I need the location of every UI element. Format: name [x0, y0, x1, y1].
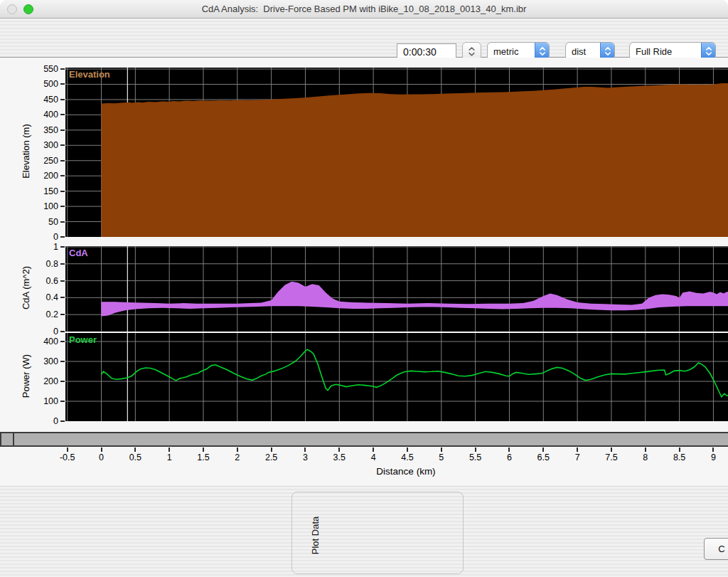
y-tick-mark [60, 341, 65, 342]
power-series-label: Power [69, 334, 97, 345]
window-title: CdA Analysis: Drive-Force Based PM with … [0, 0, 728, 18]
x-tick-label: 0.5 [119, 452, 151, 462]
y-tick-mark [60, 175, 65, 176]
y-tick-mark [60, 297, 65, 298]
power-plot[interactable] [65, 333, 728, 421]
x-tick-mark [237, 448, 238, 452]
y-tick-mark [60, 144, 65, 146]
power-axis-label: Power (W) [21, 305, 31, 448]
x-tick-mark [304, 448, 306, 452]
units-dropdown-value: metric [488, 46, 535, 57]
y-tick-mark [60, 129, 65, 131]
x-tick-mark [679, 448, 680, 452]
x-tick-mark [508, 448, 510, 452]
x-tick-mark [168, 448, 170, 452]
elevation-area [102, 83, 728, 237]
x-tick-mark [134, 448, 136, 452]
cda-band [102, 282, 728, 317]
y-tick-mark [60, 114, 65, 115]
y-tick-mark [60, 99, 65, 100]
x-tick-mark [407, 448, 408, 452]
x-tick-label: 1.5 [188, 452, 219, 462]
x-tick-label: -0.5 [52, 452, 83, 462]
y-tick-mark [60, 68, 65, 70]
x-tick-label: 8.5 [664, 452, 695, 462]
x-tick-label: 2.5 [256, 452, 287, 462]
x-tick-label: 7 [562, 452, 593, 462]
cda-series-label: CdA [69, 248, 88, 258]
x-tick-mark [611, 448, 612, 452]
y-tick-mark [60, 361, 65, 362]
x-tick-label: 7.5 [596, 452, 627, 462]
plot-data-group-label: Plot Data [310, 493, 321, 577]
x-tick-label: 8 [630, 452, 661, 462]
y-tick-mark [60, 314, 65, 315]
x-tick-label: 0 [86, 452, 117, 462]
y-tick-mark [60, 160, 65, 162]
x-tick-label: 5 [426, 452, 457, 462]
horizontal-scrollbar[interactable] [0, 432, 728, 447]
x-tick-mark [645, 448, 646, 452]
power-line [102, 349, 728, 397]
x-tick-label: 6.5 [528, 452, 559, 462]
scrollbar-left-cell[interactable] [1, 433, 14, 445]
y-tick-mark [60, 331, 65, 332]
x-tick-mark [101, 448, 102, 452]
x-tick-mark [542, 448, 544, 452]
x-tick-mark [373, 448, 374, 452]
y-tick-mark [60, 381, 65, 382]
x-tick-label: 2 [222, 452, 253, 462]
y-tick-mark [60, 83, 65, 85]
y-tick-mark [60, 221, 65, 223]
x-tick-mark [271, 448, 272, 452]
elevation-axis-label: Elevation (m) [21, 80, 31, 223]
x-tick-label: 1 [154, 452, 185, 462]
x-axis-title: Distance (km) [335, 466, 477, 477]
x-tick-label: 4.5 [392, 452, 423, 462]
cda-plot[interactable] [65, 246, 728, 332]
y-tick-mark [60, 246, 65, 248]
y-tick-mark [60, 263, 65, 265]
x-tick-label: 3.5 [323, 452, 355, 462]
stepper-up-down-icon [468, 46, 476, 58]
x-tick-mark [441, 448, 442, 452]
x-tick-label: 4 [358, 452, 389, 462]
x-tick-label: 3 [289, 452, 321, 462]
x-tick-label: 5.5 [460, 452, 491, 462]
titlebar: CdA Analysis: Drive-Force Based PM with … [0, 0, 728, 18]
x-mode-dropdown-value: dist [566, 46, 600, 57]
app-window: CdA Analysis: Drive-Force Based PM with … [0, 0, 728, 577]
x-tick-label: 6 [493, 452, 525, 462]
x-tick-label: 9 [697, 452, 728, 462]
y-tick-mark [60, 420, 65, 422]
x-tick-mark [712, 448, 714, 452]
x-tick-mark [67, 448, 68, 452]
y-tick-label: 550 [17, 63, 58, 75]
y-tick-mark [60, 236, 65, 238]
elevation-series-label: Elevation [69, 69, 110, 80]
bottom-panel: Plot Data Top Elevation Middle CdA Botto… [0, 486, 728, 577]
x-tick-mark [338, 448, 340, 452]
partial-button[interactable]: C [704, 538, 728, 560]
x-tick-mark [577, 448, 578, 452]
y-tick-mark [60, 280, 65, 282]
range-dropdown-value: Full Ride [630, 46, 701, 57]
y-tick-mark [60, 206, 65, 207]
elevation-plot[interactable] [65, 68, 728, 237]
y-tick-mark [60, 401, 65, 402]
toolbar: metric dist Full Ride [0, 18, 728, 58]
x-tick-mark [203, 448, 204, 452]
y-tick-mark [60, 191, 65, 192]
x-tick-mark [475, 448, 476, 452]
